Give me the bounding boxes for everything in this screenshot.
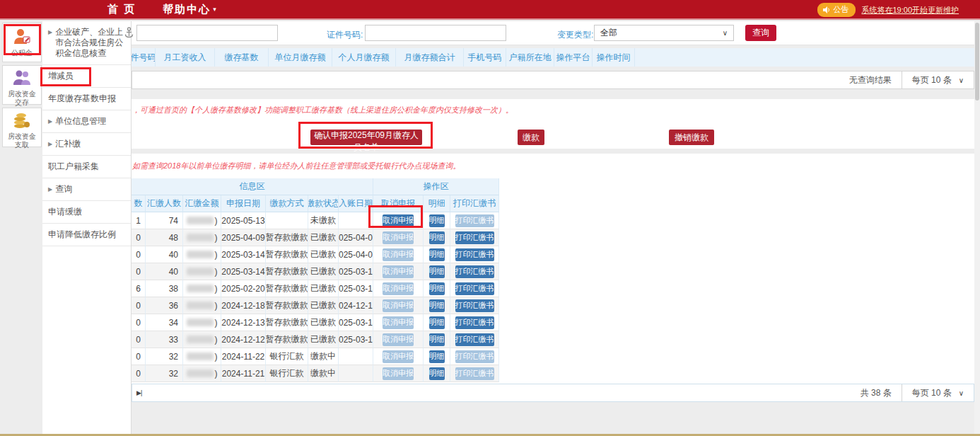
- column-header: 入账日期: [339, 195, 373, 212]
- module-tile-fanggai-jiaocun[interactable]: 房改资金交存: [2, 65, 42, 105]
- detail-button[interactable]: 明细: [429, 282, 445, 295]
- amount-masked-cell: ): [183, 280, 221, 297]
- name-input[interactable]: [136, 25, 278, 41]
- maintenance-notice-link[interactable]: 系统将在19:00开始更新维护: [861, 5, 959, 16]
- people-count-cell: 32: [146, 348, 183, 365]
- cancel-declare-button: 取消申报: [383, 248, 414, 261]
- amount-masked-cell: ): [183, 365, 221, 382]
- count-cell: 6: [132, 280, 146, 297]
- print-remittance-button[interactable]: 打印汇缴书: [455, 282, 494, 295]
- menu-item-2[interactable]: 年度缴存基数申报: [42, 88, 131, 110]
- nav-home[interactable]: 首 页: [107, 3, 136, 16]
- declare-date-cell: 2025-05-13: [221, 212, 266, 229]
- pay-status-cell: 已缴款: [308, 263, 339, 280]
- column-header: 数: [132, 195, 146, 212]
- redacted-amount: [187, 234, 214, 241]
- detail-button[interactable]: 明细: [429, 316, 445, 329]
- detail-button[interactable]: 明细: [429, 333, 445, 346]
- cancel-declare-button[interactable]: 取消申报: [383, 214, 414, 227]
- print-remittance-button[interactable]: 打印汇缴书: [455, 248, 494, 261]
- main-content: 证件号码: 变更类型: 全部 ∨ 查询 件号码月工资收入缴存基数单位月缴存额个人…: [132, 21, 974, 434]
- print-remittance-button[interactable]: 打印汇缴书: [455, 265, 494, 278]
- print-remittance-button[interactable]: 打印汇缴书: [455, 316, 494, 329]
- page: 首 页 帮助中心 ▾ 公告 系统将在19:00开始更新维护 公积金: [0, 0, 980, 436]
- table-row: 032)2024-11-21银行汇款缴款中取消申报明细打印汇缴书: [132, 365, 499, 382]
- detail-button[interactable]: 明细: [429, 350, 445, 363]
- declare-date-cell: 2024-12-12: [221, 331, 266, 348]
- scroll-end-icon[interactable]: ▶|: [136, 389, 141, 396]
- column-header: 缴款方式: [266, 195, 308, 212]
- pay-method-cell: 银行汇款: [266, 348, 308, 365]
- column-header: 月缴存额合计: [396, 48, 464, 67]
- count-cell: 1: [132, 212, 146, 229]
- vertical-scrollbar[interactable]: [974, 21, 980, 434]
- count-cell: 0: [132, 263, 146, 280]
- print-remittance-button[interactable]: 打印汇缴书: [455, 231, 494, 244]
- module-tile-fanggai-zhiqu[interactable]: 房改资金支取: [2, 108, 42, 147]
- page-size-select[interactable]: 每页 10 条 ∨: [902, 384, 974, 401]
- people-count-cell: 32: [146, 365, 183, 382]
- redacted-amount: [187, 319, 214, 326]
- declare-date-cell: 2024-11-22: [221, 348, 266, 365]
- menu-item-3[interactable]: ▶单位信息管理: [42, 110, 131, 133]
- menu-item-0[interactable]: ▶企业破产、企业上市合法合规住房公积金信息核查: [42, 21, 131, 65]
- menu-item-label: 申请降低缴存比例: [48, 229, 116, 240]
- expand-arrow-icon: ▶: [48, 27, 52, 59]
- nav-help-center[interactable]: 帮助中心 ▾: [163, 3, 216, 16]
- pay-method-cell: 暂存款缴款: [266, 297, 308, 314]
- menu-item-5[interactable]: 职工户籍采集: [42, 156, 131, 178]
- pay-method-cell: 暂存款缴款: [266, 246, 308, 263]
- print-remittance-button[interactable]: 打印汇缴书: [455, 333, 494, 346]
- column-header: 操作时间: [593, 48, 635, 67]
- pay-status-cell: 缴款中: [308, 365, 339, 382]
- declare-date-cell: 2024-12-13: [221, 314, 266, 331]
- column-header: 明细: [424, 195, 450, 212]
- menu-item-1[interactable]: 增减员: [42, 65, 131, 88]
- print-remittance-button[interactable]: 打印汇缴书: [455, 299, 494, 312]
- print-remittance-button: 打印汇缴书: [455, 350, 494, 363]
- detail-button[interactable]: 明细: [429, 248, 445, 261]
- count-cell: 0: [132, 314, 146, 331]
- search-button[interactable]: 查询: [745, 25, 776, 41]
- anchor-icon[interactable]: [124, 27, 134, 40]
- module-tile-gongjijin[interactable]: 公积金: [2, 23, 42, 62]
- table-row: 034)2024-12-13暂存款缴款已缴款2025-03-14取消申报明细打印…: [132, 314, 499, 331]
- declare-date-cell: 2024-11-21: [221, 365, 266, 382]
- column-header: 户籍所在地: [506, 48, 554, 67]
- menu-item-7[interactable]: 申请缓缴: [42, 201, 131, 224]
- amount-masked-cell: ): [183, 263, 221, 280]
- redacted-amount: [187, 251, 214, 258]
- count-cell: 0: [132, 365, 146, 382]
- detail-button[interactable]: 明细: [429, 214, 445, 227]
- pay-method-cell: 暂存款缴款: [266, 263, 308, 280]
- two-people-icon: [13, 69, 31, 86]
- cancel-declare-button: 取消申报: [383, 350, 414, 363]
- pay-status-cell: 已缴款: [308, 280, 339, 297]
- column-header: 缴存基数: [215, 48, 269, 67]
- pay-button[interactable]: 缴款: [518, 130, 544, 145]
- cert-number-input[interactable]: [365, 25, 506, 41]
- detail-button[interactable]: 明细: [429, 367, 445, 380]
- menu-item-label: 增减员: [48, 71, 74, 81]
- count-cell: 0: [132, 348, 146, 365]
- count-cell: 0: [132, 297, 146, 314]
- change-type-select[interactable]: 全部 ∨: [594, 25, 734, 41]
- menu-item-4[interactable]: ▶汇补缴: [42, 133, 131, 156]
- detail-button[interactable]: 明细: [429, 265, 445, 278]
- menu-item-6[interactable]: ▶查询: [42, 178, 131, 201]
- detail-button[interactable]: 明细: [429, 231, 445, 244]
- column-header: 汇缴金额: [183, 195, 221, 212]
- declare-date-cell: 2025-02-20: [221, 280, 266, 297]
- scrollbar-thumb[interactable]: [975, 23, 979, 101]
- entry-date-cell: 2025-03-14: [339, 331, 373, 348]
- table-row: 174)2025-05-13未缴款取消申报明细打印汇缴书: [132, 212, 499, 229]
- coins-icon: [13, 112, 31, 129]
- page-size-select[interactable]: 每页 10 条 ∨: [902, 71, 974, 88]
- confirm-declare-button[interactable]: 确认申报2025年09月缴存人员名单: [310, 130, 422, 145]
- column-header: 手机号码: [464, 48, 506, 67]
- menu-item-8[interactable]: 申请降低缴存比例: [42, 224, 131, 246]
- entry-date-cell: [339, 365, 373, 382]
- detail-button[interactable]: 明细: [429, 299, 445, 312]
- cancel-pay-button[interactable]: 撤销缴款: [669, 130, 714, 145]
- column-header: 月工资收入: [156, 48, 215, 67]
